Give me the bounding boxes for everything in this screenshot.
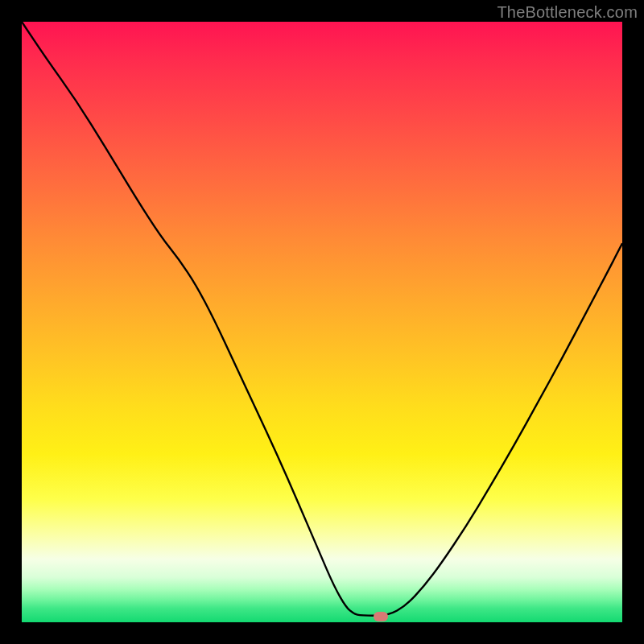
curve-path: [22, 22, 622, 616]
plot-area: [22, 22, 622, 622]
chart-frame: TheBottleneck.com: [0, 0, 644, 644]
optimal-point-marker: [374, 612, 388, 621]
watermark-text: TheBottleneck.com: [497, 3, 638, 22]
bottleneck-curve: [22, 22, 622, 622]
